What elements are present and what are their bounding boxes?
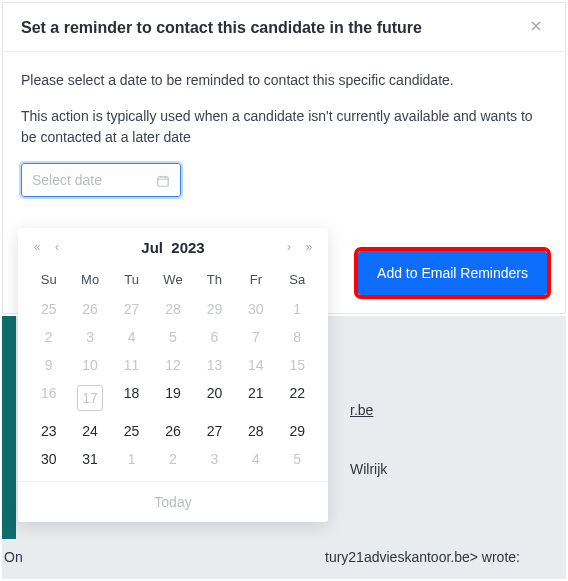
bg-wrote-fragment: tury21advieskantoor.be> wrote: (325, 549, 520, 565)
calendar-day-cell[interactable]: 24 (69, 417, 110, 445)
calendar-day-cell[interactable]: 25 (28, 295, 69, 323)
calendar-day-cell[interactable]: 15 (277, 351, 318, 379)
add-to-email-reminders-button[interactable]: Add to Email Reminders (358, 251, 547, 295)
calendar-day-cell[interactable]: 7 (235, 323, 276, 351)
calendar-day-number: 11 (119, 357, 145, 373)
calendar-day-cell[interactable]: 2 (28, 323, 69, 351)
calendar-day-number: 25 (36, 301, 62, 317)
chevron-left-icon: ‹ (48, 238, 66, 256)
calendar-day-cell[interactable]: 9 (28, 351, 69, 379)
calendar-day-number: 15 (284, 357, 310, 373)
calendar-day-cell[interactable]: 3 (69, 323, 110, 351)
calendar-day-number: 16 (36, 385, 62, 401)
calendar-day-cell[interactable]: 2 (152, 445, 193, 473)
calendar-day-cell[interactable]: 8 (277, 323, 318, 351)
modal-body: Please select a date to be reminded to c… (3, 52, 565, 197)
calendar-today-button[interactable]: Today (18, 481, 328, 522)
calendar-day-cell[interactable]: 25 (111, 417, 152, 445)
calendar-day-cell[interactable]: 14 (235, 351, 276, 379)
calendar-day-cell[interactable]: 19 (152, 379, 193, 417)
calendar-day-cell[interactable]: 30 (28, 445, 69, 473)
calendar-day-number: 8 (284, 329, 310, 345)
dow-su: Su (28, 266, 69, 295)
calendar-day-number: 29 (284, 423, 310, 439)
date-input[interactable] (21, 163, 181, 197)
double-chevron-left-icon: « (28, 238, 46, 256)
calendar-day-cell[interactable]: 30 (235, 295, 276, 323)
double-chevron-right-icon: » (300, 238, 318, 256)
prev-month-button[interactable]: ‹ (48, 238, 66, 256)
calendar-day-cell[interactable]: 4 (235, 445, 276, 473)
calendar-day-number: 26 (160, 423, 186, 439)
calendar-day-cell[interactable]: 28 (235, 417, 276, 445)
calendar-day-number: 23 (36, 423, 62, 439)
calendar-day-number: 4 (119, 329, 145, 345)
close-icon (528, 18, 544, 38)
calendar-day-cell[interactable]: 20 (194, 379, 235, 417)
calendar-day-cell[interactable]: 5 (152, 323, 193, 351)
calendar-day-cell[interactable]: 21 (235, 379, 276, 417)
dow-we: We (152, 266, 193, 295)
modal-paragraph-2: This action is typically used when a can… (21, 106, 547, 149)
calendar-day-number: 5 (160, 329, 186, 345)
calendar-day-number: 10 (77, 357, 103, 373)
dow-tu: Tu (111, 266, 152, 295)
calendar-day-number: 6 (201, 329, 227, 345)
calendar-week-row: 303112345 (28, 445, 318, 473)
bg-address-fragment: Wilrijk (350, 461, 387, 477)
calendar-month-year[interactable]: Jul 2023 (141, 239, 204, 256)
calendar-day-cell[interactable]: 4 (111, 323, 152, 351)
calendar-day-number: 27 (201, 423, 227, 439)
calendar-day-cell[interactable]: 22 (277, 379, 318, 417)
calendar-day-cell[interactable]: 31 (69, 445, 110, 473)
calendar-day-number: 28 (243, 423, 269, 439)
calendar-prev-arrows: « ‹ (28, 238, 66, 256)
calendar-day-cell[interactable]: 18 (111, 379, 152, 417)
calendar-day-number: 27 (119, 301, 145, 317)
calendar-day-cell[interactable]: 16 (28, 379, 69, 417)
calendar-year-label: 2023 (171, 239, 204, 256)
calendar-month-label: Jul (141, 239, 163, 256)
calendar-day-cell[interactable]: 3 (194, 445, 235, 473)
calendar-day-cell[interactable]: 11 (111, 351, 152, 379)
modal-paragraph-1: Please select a date to be reminded to c… (21, 70, 547, 92)
calendar-day-cell[interactable]: 12 (152, 351, 193, 379)
calendar-day-number: 9 (36, 357, 62, 373)
prev-year-button[interactable]: « (28, 238, 46, 256)
dow-mo: Mo (69, 266, 110, 295)
calendar-day-cell[interactable]: 26 (152, 417, 193, 445)
close-button[interactable] (525, 17, 547, 39)
calendar-day-cell[interactable]: 17 (69, 379, 110, 417)
calendar-week-row: 9101112131415 (28, 351, 318, 379)
date-input-wrap (21, 163, 547, 197)
calendar-day-number: 31 (77, 451, 103, 467)
calendar-day-number: 3 (201, 451, 227, 467)
calendar-day-cell[interactable]: 29 (277, 417, 318, 445)
calendar-next-arrows: › » (280, 238, 318, 256)
calendar-day-cell[interactable]: 26 (69, 295, 110, 323)
calendar-grid: Su Mo Tu We Th Fr Sa 2526272829301234567… (18, 262, 328, 481)
next-month-button[interactable]: › (280, 238, 298, 256)
bg-on-fragment: On (4, 549, 23, 565)
next-year-button[interactable]: » (300, 238, 318, 256)
calendar-day-cell[interactable]: 6 (194, 323, 235, 351)
chevron-right-icon: › (280, 238, 298, 256)
calendar-day-cell[interactable]: 27 (194, 417, 235, 445)
calendar-day-cell[interactable]: 29 (194, 295, 235, 323)
calendar-day-number: 3 (77, 329, 103, 345)
calendar-day-cell[interactable]: 13 (194, 351, 235, 379)
date-input-field[interactable] (32, 172, 156, 188)
calendar-day-cell[interactable]: 23 (28, 417, 69, 445)
calendar-day-cell[interactable]: 1 (277, 295, 318, 323)
calendar-day-cell[interactable]: 1 (111, 445, 152, 473)
calendar-day-cell[interactable]: 5 (277, 445, 318, 473)
calendar-day-cell[interactable]: 10 (69, 351, 110, 379)
background-teal-strip (2, 316, 16, 539)
calendar-day-number: 28 (160, 301, 186, 317)
calendar-day-number: 22 (284, 385, 310, 401)
calendar-day-cell[interactable]: 27 (111, 295, 152, 323)
calendar-day-number: 21 (243, 385, 269, 401)
calendar-day-number: 2 (160, 451, 186, 467)
calendar-day-cell[interactable]: 28 (152, 295, 193, 323)
bg-link-fragment: r.be (350, 402, 373, 418)
